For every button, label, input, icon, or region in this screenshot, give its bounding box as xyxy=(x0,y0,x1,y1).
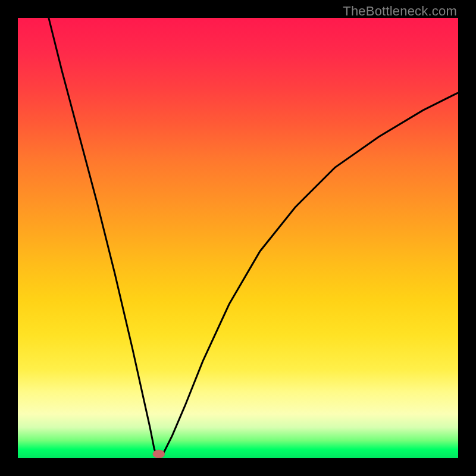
chart-frame: TheBottleneck.com xyxy=(0,0,476,476)
plot-area xyxy=(18,18,458,458)
watermark-text: TheBottleneck.com xyxy=(343,4,457,19)
optimum-marker xyxy=(153,450,165,458)
curve-svg xyxy=(18,18,458,458)
bottleneck-curve xyxy=(49,18,458,458)
